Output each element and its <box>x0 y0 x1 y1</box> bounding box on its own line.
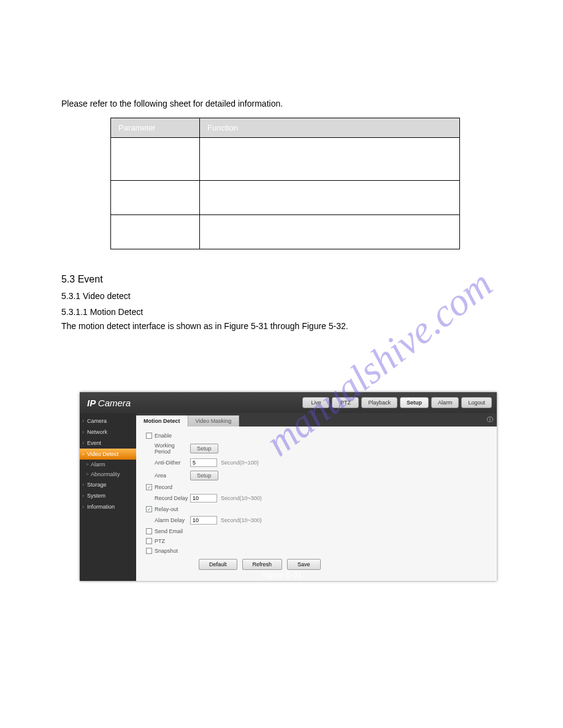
checkbox-relay[interactable]: ✓ <box>146 506 152 512</box>
sidebar-sub-alarm[interactable]: Alarm <box>80 460 136 469</box>
table-row: Keep alive time The time from "chat" to … <box>111 214 460 249</box>
tab-alarm[interactable]: Alarm <box>431 397 459 408</box>
checkbox-record[interactable]: ✓ <box>146 484 152 490</box>
input-anti-dither[interactable] <box>190 458 217 467</box>
description-text: The motion detect interface is shown as … <box>61 320 502 333</box>
cell-func: Check the box here to enable this functi… <box>200 180 460 214</box>
row-record-delay: Record Delay Second(10~300) <box>146 494 487 502</box>
hint-anti-dither: Second(0~100) <box>221 460 259 466</box>
label-working-period: Working Period <box>146 442 190 455</box>
tab-logout[interactable]: Logout <box>461 397 492 408</box>
row-record: ✓ Record <box>146 484 487 490</box>
main-tabs: Live PTZ Playback Setup Alarm Logout <box>302 397 492 408</box>
label-send-email: Send Email <box>155 528 183 534</box>
label-record: Record <box>155 484 172 490</box>
row-snapshot: Snapshot <box>146 548 487 554</box>
row-relay: ✓ Relay-out <box>146 506 487 512</box>
ui-body: Camera Network Event Video Detect Alarm … <box>80 413 497 581</box>
tab-setup[interactable]: Setup <box>400 397 429 408</box>
main-area: Motion Detect Video Masking ⓘ Enable Wor… <box>136 413 497 581</box>
sidebar-item-event[interactable]: Event <box>80 438 136 449</box>
sidebar-item-storage[interactable]: Storage <box>80 479 136 490</box>
intro-text: Please refer to the following sheet for … <box>61 98 502 110</box>
sidebar-item-information[interactable]: Information <box>80 501 136 512</box>
label-relay: Relay-out <box>155 506 178 512</box>
checkbox-snapshot[interactable] <box>146 548 152 554</box>
label-area: Area <box>146 472 190 479</box>
cell-param: Keep alive time <box>111 214 200 249</box>
input-alarm-delay[interactable] <box>190 516 217 525</box>
cell-func: Check the box here to enable this functi… <box>200 137 460 180</box>
tab-playback[interactable]: Playback <box>361 397 397 408</box>
sidebar-item-video-detect[interactable]: Video Detect <box>80 449 136 460</box>
sidebar-item-camera[interactable]: Camera <box>80 415 136 427</box>
table-row: Period Check the box here to enable this… <box>111 180 460 214</box>
help-icon[interactable]: ⓘ <box>487 415 493 424</box>
row-alarm-delay: Alarm Delay Second(10~300) <box>146 516 487 525</box>
setup-button-area[interactable]: Setup <box>190 471 218 480</box>
row-area: Area Setup <box>146 471 487 480</box>
checkbox-ptz[interactable] <box>146 538 152 544</box>
sidebar: Camera Network Event Video Detect Alarm … <box>80 413 136 581</box>
table-row: Authorization Check the box here to enab… <box>111 137 460 180</box>
logo-light: Camera <box>98 398 131 408</box>
input-record-delay[interactable] <box>190 494 217 502</box>
label-enable: Enable <box>155 433 172 439</box>
sidebar-item-system[interactable]: System <box>80 490 136 501</box>
figure-caption: Figure 5-31 <box>0 570 563 579</box>
col-header-parameter: Parameter <box>111 118 200 137</box>
sub-tab-row: Motion Detect Video Masking ⓘ <box>136 413 497 427</box>
hint-alarm-delay: Second(10~300) <box>221 517 262 523</box>
logo-bold: IP <box>87 398 96 408</box>
subtab-video-masking[interactable]: Video Masking <box>188 415 240 427</box>
checkbox-send-email[interactable] <box>146 528 152 534</box>
row-working-period: Working Period Setup <box>146 442 487 455</box>
row-ptz: PTZ <box>146 538 487 544</box>
cell-param: Authorization <box>111 137 200 180</box>
setup-button-period[interactable]: Setup <box>190 444 218 453</box>
logo: IP Camera <box>85 398 131 408</box>
row-anti-dither: Anti-Dither Second(0~100) <box>146 458 487 467</box>
label-ptz: PTZ <box>155 538 165 544</box>
cell-param: Period <box>111 180 200 214</box>
sidebar-item-network[interactable]: Network <box>80 427 136 438</box>
sidebar-sub-abnormality[interactable]: Abnormality <box>80 469 136 479</box>
label-anti-dither: Anti-Dither <box>146 460 190 466</box>
camera-ui-panel: IP Camera Live PTZ Playback Setup Alarm … <box>80 392 497 581</box>
cell-func: The time from "chat" to "expired". You c… <box>200 214 460 249</box>
tab-live[interactable]: Live <box>302 397 329 408</box>
section-heading: 5.3 Event <box>61 274 502 285</box>
subsection-heading-2: 5.3.1.1 Motion Detect <box>61 307 502 317</box>
subsection-heading-1: 5.3.1 Video detect <box>61 291 502 301</box>
ui-header: IP Camera Live PTZ Playback Setup Alarm … <box>80 392 497 413</box>
hint-record-delay: Second(10~300) <box>221 495 262 501</box>
row-send-email: Send Email <box>146 528 487 534</box>
label-alarm-delay: Alarm Delay <box>146 517 190 523</box>
row-enable: Enable <box>146 433 487 439</box>
label-snapshot: Snapshot <box>155 548 178 554</box>
col-header-function: Function <box>200 118 460 137</box>
parameter-table: Parameter Function Authorization Check t… <box>110 118 460 249</box>
label-record-delay: Record Delay <box>146 495 190 501</box>
checkbox-enable[interactable] <box>146 433 152 439</box>
document-content: Please refer to the following sheet for … <box>61 86 502 336</box>
subtab-motion-detect[interactable]: Motion Detect <box>136 415 188 427</box>
form-area: Enable Working Period Setup Anti-Dither … <box>136 427 497 581</box>
table-header-row: Parameter Function <box>111 118 460 137</box>
tab-ptz[interactable]: PTZ <box>332 397 359 408</box>
